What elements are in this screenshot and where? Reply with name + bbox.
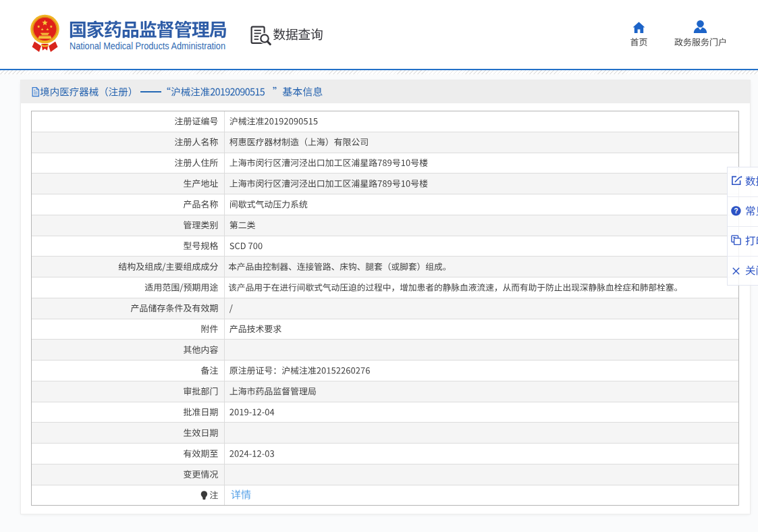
- svg-text:?: ?: [734, 207, 738, 215]
